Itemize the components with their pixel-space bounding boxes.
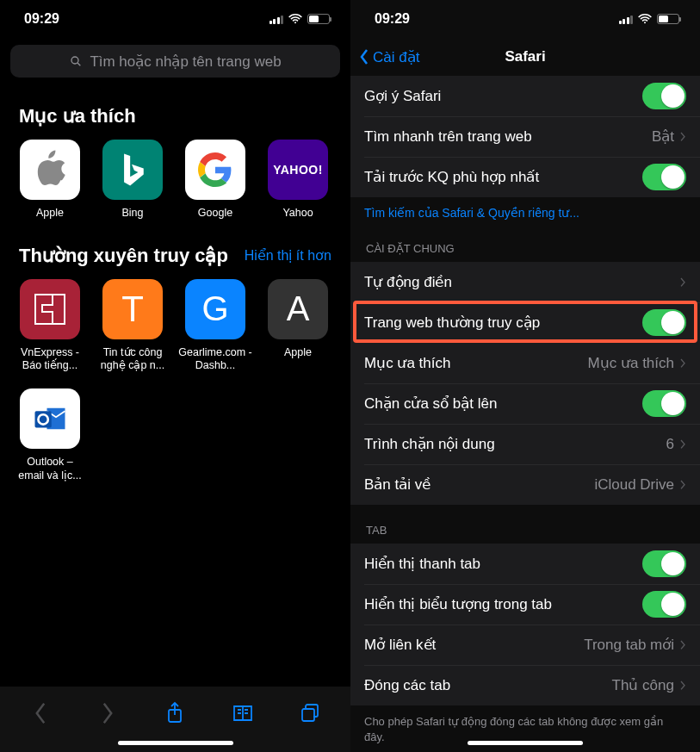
- chevron-right-icon: [679, 639, 686, 651]
- wifi-icon: [638, 14, 652, 24]
- svg-rect-2: [35, 295, 65, 324]
- favorite-yahoo[interactable]: YAHOO! Yahoo: [257, 140, 339, 221]
- privacy-link[interactable]: Tìm kiếm của Safari & Quyền riêng tư...: [350, 197, 700, 223]
- favorite-label: Google: [198, 207, 232, 221]
- frequent-vnexpress[interactable]: VnExpress - Báo tiếng...: [9, 279, 91, 373]
- frequent-label: Apple: [284, 346, 312, 360]
- outlook-icon: [20, 388, 80, 449]
- forward-button[interactable]: [89, 694, 127, 732]
- toggle-switch[interactable]: [642, 550, 686, 577]
- chevron-right-icon: [679, 277, 686, 289]
- show-less-link[interactable]: Hiển thị ít hơn: [245, 247, 331, 264]
- status-bar: 09:29: [350, 0, 700, 38]
- frequent-label: Tin tức công nghệ cập n...: [96, 346, 170, 373]
- safari-start-screen: 09:29 Tìm hoặc nhập tên trang web Mục ưa…: [0, 0, 350, 752]
- settings-row[interactable]: Tự động điền: [350, 262, 700, 302]
- letter-a-icon: A: [268, 279, 328, 339]
- chevron-right-icon: [679, 680, 686, 692]
- svg-rect-8: [302, 709, 314, 721]
- row-value: Bật: [652, 127, 674, 146]
- favorite-label: Yahoo: [282, 207, 313, 221]
- wifi-icon: [288, 14, 302, 24]
- toggle-switch[interactable]: [642, 309, 686, 336]
- nav-bar: Cài đặt Safari: [350, 38, 700, 76]
- back-label: Cài đặt: [373, 48, 419, 66]
- row-label: Chặn cửa sổ bật lên: [364, 395, 497, 413]
- row-label: Mở liên kết: [364, 636, 436, 654]
- frequent-apple[interactable]: A Apple: [257, 279, 339, 373]
- settings-row[interactable]: Hiển thị thanh tab: [350, 544, 700, 584]
- settings-row[interactable]: Chặn cửa sổ bật lên: [350, 383, 700, 424]
- settings-list[interactable]: Gợi ý SafariTìm nhanh trên trang webBậtT…: [350, 76, 700, 744]
- yahoo-icon: YAHOO!: [268, 140, 328, 200]
- tabs-button[interactable]: [291, 694, 329, 732]
- back-to-settings[interactable]: Cài đặt: [359, 48, 419, 66]
- svg-line-1: [77, 63, 80, 65]
- vnexpress-icon: [20, 279, 80, 339]
- row-label: Bản tải về: [364, 475, 431, 494]
- toggle-switch[interactable]: [642, 390, 686, 417]
- home-indicator[interactable]: [118, 741, 233, 745]
- frequent-label: VnExpress - Báo tiếng...: [13, 346, 87, 373]
- row-label: Đóng các tab: [364, 677, 450, 694]
- settings-row[interactable]: Đóng các tabThủ công: [350, 665, 700, 705]
- row-label: Hiển thị biểu tượng trong tab: [364, 595, 552, 613]
- toggle-switch[interactable]: [642, 591, 686, 618]
- settings-row[interactable]: Trình chặn nội dung6: [350, 424, 700, 464]
- tab-group-header: TAB: [350, 505, 700, 544]
- chevron-right-icon: [679, 357, 686, 370]
- battery-icon: [657, 14, 679, 24]
- settings-row[interactable]: Trang web thường truy cập: [350, 302, 700, 343]
- yahoo-text: YAHOO!: [273, 163, 323, 177]
- favorite-apple[interactable]: Apple: [9, 140, 91, 221]
- toggle-switch[interactable]: [642, 83, 686, 109]
- row-label: Trang web thường truy cập: [364, 314, 540, 332]
- status-indicators: [619, 14, 680, 24]
- general-group-header: CÀI ĐẶT CHUNG: [350, 223, 700, 262]
- bing-icon: [102, 140, 163, 200]
- settings-row[interactable]: Tìm nhanh trên trang webBật: [350, 116, 700, 157]
- favorite-label: Apple: [36, 207, 64, 221]
- favorites-grid: Apple Bing Google YAHOO! Yahoo: [0, 140, 350, 236]
- svg-point-0: [71, 57, 78, 64]
- row-label: Trình chặn nội dung: [364, 435, 495, 453]
- settings-row[interactable]: Tải trước KQ phù hợp nhất: [350, 157, 700, 197]
- search-group: Gợi ý SafariTìm nhanh trên trang webBậtT…: [350, 76, 700, 197]
- frequent-label: Outlook – email và lịc...: [13, 456, 87, 482]
- row-value: Mục ưa thích: [588, 354, 674, 372]
- chevron-right-icon: [679, 438, 686, 451]
- cellular-signal-icon: [269, 15, 284, 24]
- bookmarks-button[interactable]: [224, 694, 262, 732]
- settings-row[interactable]: Bản tải vềiCloud Drive: [350, 464, 700, 505]
- settings-row[interactable]: Mục ưa thíchMục ưa thích: [350, 343, 700, 383]
- row-value: Thủ công: [612, 676, 674, 694]
- share-button[interactable]: [156, 694, 194, 732]
- home-indicator[interactable]: [468, 741, 583, 745]
- settings-row[interactable]: Hiển thị biểu tượng trong tab: [350, 584, 700, 625]
- frequent-gearlime[interactable]: G Gearlime.com - Dashb...: [174, 279, 257, 373]
- battery-icon: [307, 14, 330, 24]
- settings-row[interactable]: Mở liên kếtTrong tab mới: [350, 625, 700, 665]
- status-time: 09:29: [24, 11, 59, 27]
- frequent-tintuc[interactable]: T Tin tức công nghệ cập n...: [91, 279, 174, 373]
- row-label: Tìm nhanh trên trang web: [364, 128, 532, 146]
- address-search-bar[interactable]: Tìm hoặc nhập tên trang web: [10, 45, 340, 78]
- row-value: iCloud Drive: [594, 476, 674, 494]
- row-label: Tự động điền: [364, 273, 452, 291]
- search-icon: [69, 54, 83, 68]
- row-label: Hiển thị thanh tab: [364, 555, 480, 573]
- toggle-switch[interactable]: [642, 164, 686, 190]
- status-indicators: [269, 14, 331, 24]
- settings-row[interactable]: Gợi ý Safari: [350, 76, 700, 116]
- status-time: 09:29: [375, 11, 410, 27]
- favorite-google[interactable]: Google: [174, 140, 257, 221]
- safari-settings-screen: 09:29 Cài đặt Safari Gợi ý SafariTìm nha…: [350, 0, 700, 752]
- frequent-header: Thường xuyên truy cập: [19, 245, 228, 267]
- favorite-bing[interactable]: Bing: [91, 140, 174, 221]
- row-label: Tải trước KQ phù hợp nhất: [364, 168, 539, 186]
- row-value: Trong tab mới: [584, 636, 674, 654]
- frequent-label: Gearlime.com - Dashb...: [178, 346, 252, 373]
- search-placeholder: Tìm hoặc nhập tên trang web: [90, 53, 281, 71]
- frequent-outlook[interactable]: Outlook – email và lịc...: [9, 388, 91, 482]
- back-button[interactable]: [22, 694, 59, 732]
